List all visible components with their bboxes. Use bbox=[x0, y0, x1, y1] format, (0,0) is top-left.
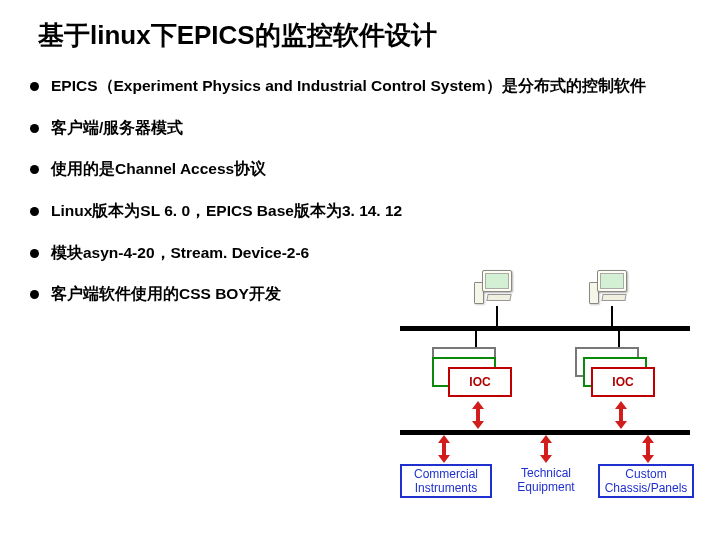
network-bus bbox=[400, 326, 690, 331]
double-arrow-icon bbox=[438, 435, 450, 463]
bullet-dot-icon bbox=[30, 290, 39, 299]
connector-line bbox=[496, 306, 498, 326]
bullet-text: EPICS（Experiment Physics and Industrial … bbox=[51, 75, 646, 97]
bullet-text: 客户端/服务器模式 bbox=[51, 117, 183, 139]
bullet-dot-icon bbox=[30, 82, 39, 91]
connector-line bbox=[611, 306, 613, 326]
technical-equipment-label: Technical Equipment bbox=[506, 466, 586, 495]
connector-line bbox=[475, 331, 477, 347]
list-item: 使用的是Channel Access协议 bbox=[30, 158, 720, 180]
bullet-dot-icon bbox=[30, 124, 39, 133]
architecture-diagram: IOC CAS IOC IOC IOC IOC Commercial Instr… bbox=[390, 270, 700, 520]
workstation-icon bbox=[475, 270, 519, 310]
ioc-stack-right: IOC IOC IOC bbox=[575, 347, 653, 403]
list-item: 模块asyn-4-20，Stream. Device-2-6 bbox=[30, 242, 720, 264]
bullet-text: 模块asyn-4-20，Stream. Device-2-6 bbox=[51, 242, 309, 264]
list-item: Linux版本为SL 6. 0，EPICS Base版本为3. 14. 12 bbox=[30, 200, 720, 222]
bullet-dot-icon bbox=[30, 165, 39, 174]
slide-title: 基于linux下EPICS的监控软件设计 bbox=[0, 0, 720, 53]
commercial-instruments-box: Commercial Instruments bbox=[400, 464, 492, 498]
custom-chassis-box: Custom Chassis/Panels bbox=[598, 464, 694, 498]
bullet-dot-icon bbox=[30, 207, 39, 216]
bullet-text: 客户端软件使用的CSS BOY开发 bbox=[51, 283, 281, 305]
bullet-text: Linux版本为SL 6. 0，EPICS Base版本为3. 14. 12 bbox=[51, 200, 402, 222]
ioc-card: IOC bbox=[448, 367, 512, 397]
list-item: EPICS（Experiment Physics and Industrial … bbox=[30, 75, 720, 97]
list-item: 客户端/服务器模式 bbox=[30, 117, 720, 139]
ioc-stack-left: IOC CAS IOC bbox=[432, 347, 510, 403]
double-arrow-icon bbox=[540, 435, 552, 463]
bullet-dot-icon bbox=[30, 249, 39, 258]
double-arrow-icon bbox=[472, 401, 484, 429]
connector-line bbox=[618, 331, 620, 347]
ioc-card: IOC bbox=[591, 367, 655, 397]
bullet-text: 使用的是Channel Access协议 bbox=[51, 158, 266, 180]
double-arrow-icon bbox=[642, 435, 654, 463]
workstation-icon bbox=[590, 270, 634, 310]
double-arrow-icon bbox=[615, 401, 627, 429]
